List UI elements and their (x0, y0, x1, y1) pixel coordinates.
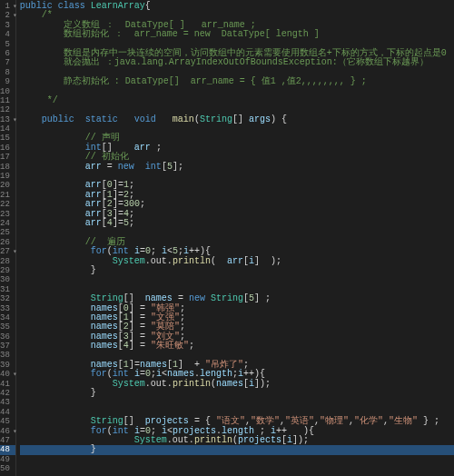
token-fn: println (194, 435, 232, 445)
line-number[interactable]: 36 (0, 332, 15, 342)
token-pn: .out. (167, 435, 194, 445)
token-cm: 数组初始化 ： arr_name = new DataType[ length … (64, 29, 320, 39)
token-pn: ; (129, 218, 134, 228)
line-number[interactable]: 17 (0, 153, 15, 162)
token-id: arr (85, 209, 102, 219)
code-line[interactable]: } (20, 445, 454, 454)
token-pn: ; (151, 143, 162, 153)
code-line[interactable]: public static void main(String[] args) { (20, 115, 454, 124)
token-pn: ] = (129, 322, 151, 332)
token-pn: } (20, 265, 96, 275)
token-pn: ]= (113, 180, 123, 190)
line-number[interactable]: 20 (0, 181, 15, 190)
line-number[interactable]: 19 (0, 172, 15, 181)
line-number[interactable]: 32 (0, 294, 15, 303)
line-number[interactable]: 10 (0, 87, 15, 96)
token-pn (20, 162, 85, 172)
token-id: arr (85, 199, 102, 209)
line-number[interactable]: 46▾ (0, 427, 15, 436)
token-pn: ; (129, 209, 134, 219)
token-st: "数学" (251, 416, 280, 426)
line-number[interactable]: 39 (0, 361, 15, 370)
line-number[interactable]: 47 (0, 436, 15, 445)
token-st: "莫陪" (151, 322, 180, 332)
line-number[interactable]: 3 (0, 21, 15, 30)
code-line[interactable] (20, 275, 454, 284)
line-number[interactable]: 33 (0, 304, 15, 313)
line-number[interactable]: 8 (0, 68, 15, 77)
line-number[interactable]: 11 (0, 96, 15, 105)
code-line[interactable] (20, 464, 454, 473)
token-fn: main (173, 114, 194, 124)
line-number[interactable]: 2▾ (0, 11, 15, 20)
line-number[interactable]: 45 (0, 417, 15, 426)
line-number[interactable]: 25 (0, 228, 15, 237)
token-ty: String (91, 416, 123, 426)
line-number[interactable]: 38 (0, 351, 15, 360)
line-number[interactable]: 37 (0, 342, 15, 351)
token-cm: // 遍历 (85, 237, 125, 247)
code-line[interactable]: arr = new int[5]; (20, 163, 454, 172)
line-number-gutter[interactable]: 1▾2▾345678910111213▾14151617181920212223… (0, 0, 16, 476)
line-number[interactable]: 23 (0, 210, 15, 219)
line-number[interactable]: 31 (0, 285, 15, 294)
code-line[interactable]: 静态初始化 : DataType[] arr_name = { 值1 ,值2,,… (20, 77, 454, 86)
line-number[interactable]: 7 (0, 58, 15, 67)
token-pn: .out. (145, 256, 173, 266)
line-number[interactable]: 35 (0, 322, 15, 332)
code-line[interactable]: 数组初始化 ： arr_name = new DataType[ length … (20, 30, 454, 39)
code-area[interactable]: public class LearnArray{ /* 定义数组 ： DataT… (16, 0, 454, 476)
token-id: args (249, 114, 271, 124)
token-pn: ] ); (254, 256, 281, 266)
line-number[interactable]: 1▾ (0, 2, 15, 11)
token-nm: 300 (123, 199, 140, 209)
code-line[interactable]: */ (20, 96, 454, 105)
line-number[interactable]: 28 (0, 257, 15, 266)
code-line[interactable] (20, 87, 454, 96)
line-number[interactable]: 42 (0, 389, 15, 398)
line-number[interactable]: 21 (0, 191, 15, 200)
line-number[interactable]: 12 (0, 105, 15, 114)
code-line[interactable]: public class LearnArray{ (20, 2, 454, 11)
code-line[interactable]: names[4] = "朱旺敏"; (20, 342, 454, 351)
line-number[interactable]: 40▾ (0, 370, 15, 379)
code-line[interactable]: 就会抛出 ：java.lang.ArrayIndexOutOfBoundsExc… (20, 58, 454, 67)
code-line[interactable]: } (20, 266, 454, 275)
token-pn: ]); (254, 379, 271, 389)
line-number[interactable]: 30 (0, 275, 15, 284)
line-number[interactable]: 44 (0, 408, 15, 417)
token-pn: ; (140, 199, 145, 209)
line-number[interactable]: 50 (0, 464, 15, 473)
line-number[interactable]: 13▾ (0, 115, 15, 124)
code-line[interactable] (20, 398, 454, 407)
code-line[interactable] (20, 455, 454, 464)
token-pn: ; (129, 180, 134, 190)
token-pn: ; (151, 426, 162, 436)
line-number[interactable]: 26 (0, 238, 15, 247)
line-number[interactable]: 24 (0, 219, 15, 228)
token-pn: } ; (418, 416, 439, 426)
token-pn (20, 379, 113, 389)
line-number[interactable]: 9 (0, 77, 15, 86)
line-number[interactable]: 16 (0, 144, 15, 153)
line-number[interactable]: 48 (0, 445, 15, 454)
line-number[interactable]: 34 (0, 313, 15, 322)
code-line[interactable]: arr[4]=5; (20, 219, 454, 228)
line-number[interactable]: 27▾ (0, 247, 15, 256)
token-pn (20, 435, 134, 445)
line-number[interactable]: 6 (0, 49, 15, 58)
line-number[interactable]: 22 (0, 200, 15, 209)
line-number[interactable]: 49 (0, 455, 15, 464)
line-number[interactable]: 18 (0, 163, 15, 172)
line-number[interactable]: 15 (0, 134, 15, 143)
line-number[interactable]: 41 (0, 380, 15, 389)
line-number[interactable]: 29 (0, 266, 15, 275)
line-number[interactable]: 43 (0, 398, 15, 407)
token-pn: ]); (292, 435, 309, 445)
line-number[interactable]: 4 (0, 30, 15, 39)
code-editor: 1▾2▾345678910111213▾14151617181920212223… (0, 0, 454, 476)
code-line[interactable]: } (20, 389, 454, 398)
token-st: "语文" (216, 416, 245, 426)
line-number[interactable]: 14 (0, 124, 15, 134)
line-number[interactable]: 5 (0, 40, 15, 49)
